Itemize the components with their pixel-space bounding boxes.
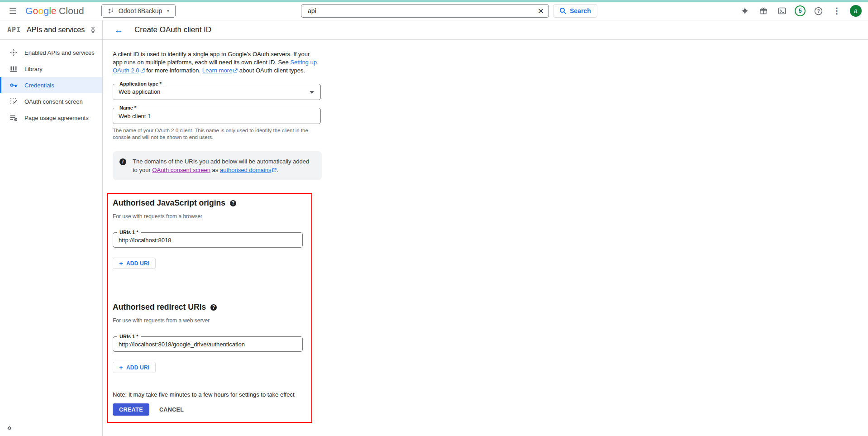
plus-icon: + (119, 364, 123, 371)
logo-cloud-text: Cloud (59, 5, 84, 16)
back-button[interactable]: ← (114, 25, 123, 35)
google-cloud-logo[interactable]: Google Cloud (25, 5, 84, 16)
logo-letter: e (51, 5, 57, 16)
pin-button[interactable] (90, 27, 96, 34)
sidebar-header: API APIs and services (0, 20, 102, 40)
sidebar-item-credentials[interactable]: Credentials (0, 77, 102, 93)
banner-text: The domains of the URIs you add below wi… (133, 157, 314, 174)
chevron-down-icon (310, 91, 314, 94)
sidebar-item-label: Credentials (24, 82, 54, 89)
search-clear-button[interactable]: × (534, 4, 547, 18)
logo-letter: o (33, 5, 38, 16)
external-link-icon (272, 168, 277, 172)
application-type-label: Application type * (117, 81, 164, 87)
uri-field-label: URIs 1 * (117, 230, 141, 235)
section-heading-text: Authorised JavaScript origins (113, 198, 225, 208)
sidebar-title: APIs and services (27, 26, 90, 34)
help-icon[interactable]: ? (230, 200, 236, 206)
menu-button[interactable]: ☰ (5, 3, 21, 19)
section-heading-text: Authorised redirect URIs (113, 302, 206, 312)
project-selector[interactable]: Odoo18Backup ▼ (101, 4, 176, 18)
kebab-icon: ⋮ (833, 6, 841, 16)
settings-note: Note: It may take five minutes to a few … (113, 391, 303, 398)
project-icon (107, 7, 114, 14)
apis-services-logo: API (7, 26, 21, 34)
gift-icon (759, 7, 768, 15)
help-button[interactable]: ? (810, 3, 826, 19)
account-avatar[interactable]: a (850, 5, 862, 17)
key-icon (10, 81, 18, 89)
name-field: Name * (113, 108, 321, 124)
add-origin-uri-button[interactable]: + ADD URI (113, 258, 156, 269)
cloud-shell-button[interactable] (774, 3, 790, 19)
banner-text-part: . (277, 167, 278, 173)
back-arrow-icon: ← (114, 25, 123, 35)
info-banner: i The domains of the URIs you add below … (113, 151, 322, 180)
help-icon[interactable]: ? (210, 304, 217, 311)
logo-letter: o (38, 5, 43, 16)
application-type-select[interactable]: Application type * Web application (113, 84, 321, 100)
js-origin-uri-input[interactable] (113, 233, 302, 247)
sidebar: API APIs and services (0, 20, 103, 436)
external-link-icon (140, 68, 145, 73)
sidebar-item-oauth-consent[interactable]: OAuth consent screen (0, 93, 102, 110)
consent-screen-icon (10, 97, 18, 105)
intro-text: A client ID is used to identify a single… (113, 51, 310, 66)
add-uri-label: ADD URI (126, 260, 149, 267)
js-origins-heading: Authorised JavaScript origins ? (113, 198, 303, 208)
name-input[interactable] (113, 108, 320, 124)
free-trial-days-badge[interactable]: 5 (795, 5, 806, 16)
page-title: Create OAuth client ID (134, 25, 211, 34)
svg-text:?: ? (817, 9, 820, 14)
search-input[interactable] (301, 4, 549, 18)
logo-letter: G (25, 5, 33, 16)
add-uri-label: ADD URI (126, 364, 149, 371)
js-origins-subtext: For use with requests from a browser (113, 213, 303, 220)
redirect-uri-input[interactable] (113, 337, 302, 351)
intro-paragraph: A client ID is used to identify a single… (113, 50, 319, 75)
pin-icon (90, 27, 96, 34)
sidebar-item-label: OAuth consent screen (24, 98, 83, 105)
search-button[interactable]: Search (553, 4, 597, 18)
trial-days-count: 5 (799, 8, 802, 14)
form-actions: CREATE CANCEL (113, 403, 303, 416)
redirect-uris-heading: Authorised redirect URIs ? (113, 302, 303, 312)
highlight-box: Authorised JavaScript origins ? For use … (107, 193, 312, 423)
collapse-sidebar-button[interactable] (5, 425, 12, 431)
close-icon: × (538, 5, 544, 16)
avatar-letter: a (854, 7, 858, 14)
cancel-button[interactable]: CANCEL (159, 407, 184, 413)
collapse-icon (5, 425, 12, 431)
sidebar-item-label: Library (24, 66, 43, 72)
create-button[interactable]: CREATE (113, 403, 149, 416)
banner-text-part: as (210, 167, 220, 173)
sidebar-item-page-usage[interactable]: Page usage agreements (0, 110, 102, 126)
topbar-actions: 5 ? ⋮ a (737, 3, 862, 19)
gemini-button[interactable] (737, 3, 753, 19)
chevron-down-icon: ▼ (166, 9, 170, 13)
project-name: Odoo18Backup (119, 7, 162, 14)
add-redirect-uri-button[interactable]: + ADD URI (113, 362, 156, 373)
sidebar-item-enabled-apis[interactable]: Enabled APIs and services (0, 44, 102, 61)
redirect-uris-subtext: For use with requests from a web server (113, 317, 303, 324)
dashboard-icon (10, 48, 18, 57)
oauth-consent-screen-link[interactable]: OAuth consent screen (152, 167, 210, 173)
sidebar-item-library[interactable]: Library (0, 61, 102, 77)
external-link-icon (233, 68, 238, 73)
authorised-domains-link[interactable]: authorised domains (220, 167, 271, 173)
sidebar-item-label: Page usage agreements (24, 115, 89, 121)
intro-text: for more information. (145, 67, 202, 74)
uri-field-label: URIs 1 * (117, 334, 141, 340)
more-options-button[interactable]: ⋮ (829, 3, 845, 19)
name-field-label: Name * (117, 105, 138, 111)
js-origin-uri-field: URIs 1 * (113, 232, 303, 248)
learn-more-link[interactable]: Learn more (202, 67, 232, 74)
promotions-button[interactable] (755, 3, 772, 19)
logo-letter: g (43, 5, 49, 16)
plus-icon: + (119, 259, 123, 267)
sparkle-icon (741, 7, 749, 15)
search-button-label: Search (570, 7, 591, 14)
library-icon (10, 65, 18, 73)
name-helper-text: The name of your OAuth 2.0 client. This … (113, 127, 314, 141)
search-icon (559, 7, 567, 14)
